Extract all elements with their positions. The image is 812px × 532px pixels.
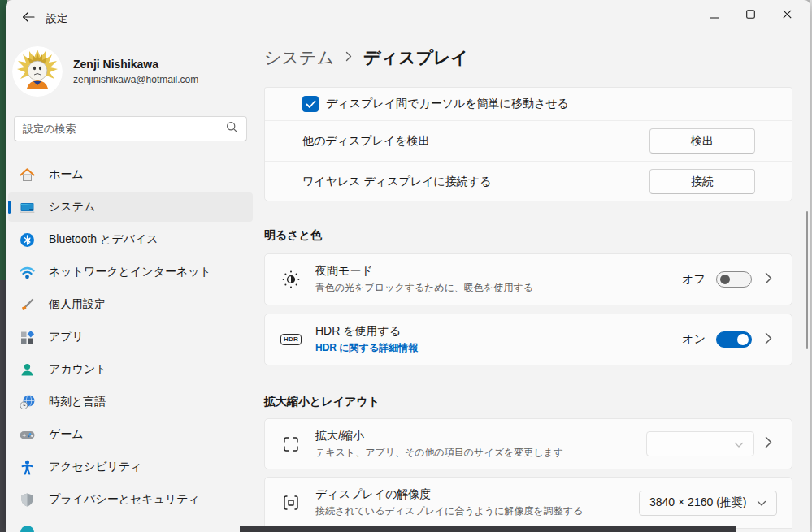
night-light-state: オフ [682, 272, 706, 287]
hdr-info-link[interactable]: HDR に関する詳細情報 [315, 341, 418, 355]
hdr-icon: HDR [280, 334, 302, 345]
sidebar-item-label: アプリ [49, 330, 84, 344]
sidebar-item-windows-update[interactable] [8, 517, 253, 532]
cursor-move-checkbox[interactable] [302, 96, 319, 112]
sidebar-item-label: ホーム [49, 167, 84, 182]
sidebar-item-accounts[interactable]: アカウント [8, 355, 253, 384]
scale-dropdown[interactable] [646, 431, 754, 456]
section-brightness-title: 明るさと色 [264, 228, 322, 243]
scale-icon [280, 435, 302, 454]
window-controls [696, 2, 805, 28]
search-placeholder: 設定の検索 [23, 122, 226, 136]
back-button[interactable] [15, 6, 41, 29]
sidebar-item-accessibility[interactable]: アクセシビリティ [8, 452, 253, 482]
sidebar-item-label: アカウント [49, 362, 107, 377]
chevron-right-icon [765, 272, 772, 288]
detect-display-row: 他のディスプレイを検出 検出 [265, 120, 792, 161]
back-arrow-icon [22, 11, 35, 25]
sidebar-item-home[interactable]: ホーム [8, 160, 253, 189]
sidebar-item-label: アクセシビリティ [49, 460, 142, 474]
resolution-card: ディスプレイの解像度 接続されているディスプレイに合うように解像度を調整する 3… [264, 477, 792, 529]
window-title: 設定 [46, 11, 67, 26]
night-light-icon [280, 270, 302, 289]
sidebar-item-label: 個人用設定 [49, 297, 106, 312]
scale-title: 拡大/縮小 [315, 429, 563, 443]
sidebar-item-gaming[interactable]: ゲーム [8, 420, 253, 449]
multiple-displays-card: ディスプレイ間でカーソルを簡単に移動させる 他のディスプレイを検出 検出 ワイヤ… [264, 87, 792, 201]
resolution-value: 3840 × 2160 (推奨) [649, 495, 746, 510]
sidebar-item-privacy[interactable]: プライバシーとセキュリティ [8, 485, 253, 514]
connect-button[interactable]: 接続 [649, 169, 755, 194]
accounts-icon [19, 361, 36, 378]
system-icon [19, 199, 36, 216]
home-icon [19, 167, 36, 184]
night-light-toggle[interactable] [716, 271, 752, 288]
sidebar-item-label: システム [49, 200, 95, 214]
chevron-right-icon [765, 332, 772, 348]
resolution-dropdown[interactable]: 3840 × 2160 (推奨) [639, 491, 777, 516]
sidebar-item-label: プライバシーとセキュリティ [49, 492, 200, 507]
sidebar-item-network[interactable]: ネットワークとインターネット [8, 257, 253, 287]
chevron-right-icon [765, 436, 772, 452]
privacy-icon [19, 491, 36, 508]
profile-name: Zenji Nishikawa [73, 58, 158, 71]
sidebar: Zenji Nishikawa zenjinishikawa@hotmail.c… [6, 37, 259, 532]
detect-display-label: 他のディスプレイを検出 [302, 134, 649, 149]
wireless-display-label: ワイヤレス ディスプレイに接続する [302, 175, 649, 189]
breadcrumb-chevron-icon [345, 50, 352, 65]
resolution-title: ディスプレイの解像度 [315, 487, 583, 502]
cursor-move-row: ディスプレイ間でカーソルを簡単に移動させる [265, 88, 792, 120]
minimize-icon [710, 9, 719, 21]
resolution-subtitle: 接続されているディスプレイに合うように解像度を調整する [315, 504, 583, 518]
close-icon [783, 9, 792, 21]
windows-update-icon [19, 524, 36, 532]
toggle-knob [737, 334, 749, 345]
sidebar-item-label: Bluetooth とデバイス [49, 232, 158, 247]
time-language-icon [19, 394, 36, 411]
apps-icon [19, 329, 36, 346]
sidebar-item-apps[interactable]: アプリ [8, 322, 253, 352]
chevron-down-icon [734, 437, 744, 452]
background-window-edge [240, 526, 736, 532]
maximize-icon [746, 9, 755, 21]
sidebar-item-label: ネットワークとインターネット [49, 265, 211, 279]
settings-window: 設定 [6, 0, 810, 532]
section-layout-title: 拡大縮小とレイアウト [264, 395, 380, 409]
sidebar-item-system[interactable]: システム [8, 192, 253, 222]
hdr-state: オン [682, 332, 706, 347]
night-light-title: 夜間モード [315, 264, 533, 279]
hdr-title: HDR を使用する [315, 324, 418, 339]
sidebar-item-time-language[interactable]: 時刻と言語 [8, 387, 253, 417]
bluetooth-icon [19, 231, 36, 249]
accessibility-icon [19, 459, 36, 476]
resolution-icon [280, 493, 302, 513]
titlebar: 設定 [6, 0, 810, 37]
scale-card[interactable]: 拡大/縮小 テキスト、アプリ、その他の項目のサイズを変更します [264, 418, 792, 469]
hdr-toggle[interactable] [716, 331, 752, 348]
night-light-subtitle: 青色の光をブロックするために、暖色を使用する [315, 281, 533, 295]
sidebar-item-bluetooth[interactable]: Bluetooth とデバイス [8, 225, 253, 254]
close-button[interactable] [769, 2, 805, 28]
hdr-badge-label: HDR [280, 334, 302, 345]
selected-accent-pill [8, 201, 11, 214]
search-icon [226, 121, 238, 136]
profile-email: zenjinishikawa@hotmail.com [73, 74, 198, 85]
gaming-icon [19, 426, 36, 443]
breadcrumb: システム ディスプレイ [264, 46, 468, 69]
sidebar-item-personalization[interactable]: 個人用設定 [8, 290, 253, 319]
search-input[interactable]: 設定の検索 [14, 116, 247, 141]
minimize-button[interactable] [696, 2, 732, 28]
hdr-card[interactable]: HDR HDR を使用する HDR に関する詳細情報 オン [264, 314, 792, 365]
sidebar-nav: ホーム システム Bluetooth とデバイス ネットワークとインターネッ [8, 160, 253, 532]
wireless-display-row: ワイヤレス ディスプレイに接続する 接続 [265, 161, 792, 201]
scale-subtitle: テキスト、アプリ、その他の項目のサイズを変更します [315, 446, 563, 460]
page-title: ディスプレイ [363, 46, 468, 69]
night-light-card[interactable]: 夜間モード 青色の光をブロックするために、暖色を使用する オフ [264, 253, 792, 305]
breadcrumb-parent[interactable]: システム [264, 46, 334, 69]
toggle-knob [720, 275, 730, 284]
maximize-button[interactable] [732, 2, 769, 28]
detect-button[interactable]: 検出 [649, 128, 755, 154]
avatar[interactable] [12, 46, 63, 97]
scrollbar-thumb[interactable] [806, 211, 808, 349]
network-icon [19, 264, 36, 281]
